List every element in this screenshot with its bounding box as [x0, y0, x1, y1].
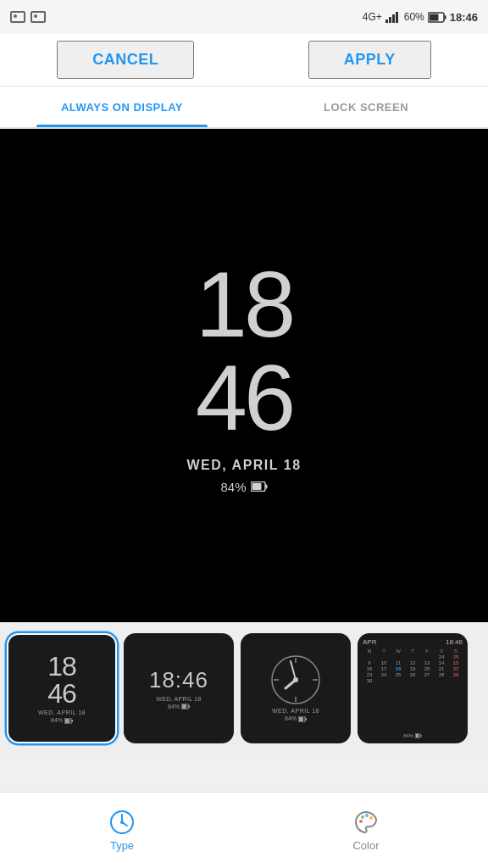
status-icons-left [10, 11, 46, 23]
tab-bar: ALWAYS ON DISPLAY LOCK SCREEN [0, 86, 488, 129]
clock-icon [108, 809, 136, 836]
preview-minute: 46 [196, 351, 292, 444]
svg-rect-6 [429, 14, 438, 20]
preview-battery-icon [251, 481, 268, 492]
preview-area: 18 46 WED, APRIL 18 84% [0, 129, 488, 622]
svg-rect-14 [188, 705, 190, 708]
thumb4-cal-header: APR 18:46 [363, 638, 463, 646]
thumbnail-3[interactable]: WED, APRIL 18 84% [241, 633, 351, 743]
action-bar: CANCEL APPLY [0, 34, 488, 86]
svg-point-34 [359, 820, 363, 823]
svg-point-36 [365, 814, 369, 817]
apply-button[interactable]: APPLY [308, 41, 431, 79]
thumb3-battery: 84% [285, 715, 307, 722]
svg-line-22 [291, 661, 296, 680]
svg-rect-2 [392, 14, 395, 23]
svg-point-35 [361, 815, 364, 819]
tab-lock-screen[interactable]: LOCK SCREEN [244, 86, 488, 127]
thumb4-battery: 84% [363, 733, 463, 738]
thumb1-time-top: 18 [47, 653, 76, 680]
thumb1-battery: 84% [51, 717, 73, 724]
nav-type-label: Type [110, 839, 134, 852]
thumbnail-2[interactable]: 18:46 WED, APRIL 18 84% [124, 633, 234, 743]
battery-icon [428, 12, 446, 23]
preview-time: 18 46 [196, 258, 292, 444]
thumb3-analog-clock [270, 654, 321, 705]
thumb3-date: WED, APRIL 18 [272, 708, 319, 714]
network-type: 4G+ [363, 11, 382, 23]
bottom-nav: Type Color [0, 792, 488, 868]
svg-rect-3 [396, 12, 398, 23]
svg-rect-29 [416, 734, 419, 737]
svg-rect-15 [182, 704, 186, 709]
thumbnail-4[interactable]: APR 18:46 M T W T F S S 24 25 9 [358, 633, 468, 743]
preview-date: WED, APRIL 18 [186, 458, 301, 473]
preview-battery: 84% [220, 480, 267, 494]
thumbnails-bar: 18 46 WED, APRIL 18 84% 18:46 WED, APRIL… [0, 622, 488, 754]
status-time: 18:46 [450, 11, 478, 24]
image-icon-2 [30, 11, 46, 23]
thumb2-battery-icon [181, 704, 190, 709]
thumb4-cal-grid: M T W T F S S 24 25 9 10 11 12 13 [363, 648, 463, 683]
signal-icon [385, 11, 401, 23]
thumb1-date: WED, APRIL 18 [38, 709, 86, 715]
status-bar: 4G+ 60% 18:46 [0, 0, 488, 34]
thumb3-battery-icon [298, 716, 307, 722]
thumbnail-1[interactable]: 18 46 WED, APRIL 18 84% [7, 633, 117, 743]
svg-rect-1 [389, 17, 391, 23]
status-icons-right: 4G+ 60% 18:46 [363, 11, 478, 24]
battery-percentage: 60% [404, 11, 424, 23]
svg-rect-8 [265, 485, 267, 489]
thumb2-battery: 84% [168, 704, 190, 710]
nav-type[interactable]: Type [108, 809, 136, 852]
svg-point-33 [120, 821, 124, 824]
svg-point-37 [369, 816, 373, 820]
cancel-button[interactable]: CANCEL [57, 41, 194, 79]
thumb4-calendar: APR 18:46 M T W T F S S 24 25 9 [358, 633, 468, 743]
svg-rect-28 [420, 735, 422, 737]
svg-rect-12 [65, 719, 69, 723]
thumb2-date: WED, APRIL 18 [156, 696, 201, 702]
svg-rect-5 [444, 15, 446, 19]
thumb2-time: 18:46 [149, 667, 208, 693]
preview-hour: 18 [196, 258, 292, 351]
thumb1-time-bottom: 46 [47, 680, 76, 707]
svg-rect-26 [299, 717, 303, 721]
svg-rect-11 [71, 720, 73, 722]
svg-point-23 [293, 677, 298, 682]
svg-rect-25 [305, 718, 307, 721]
nav-color-label: Color [352, 839, 379, 852]
svg-rect-9 [252, 483, 261, 490]
tab-always-on-display[interactable]: ALWAYS ON DISPLAY [0, 86, 244, 127]
palette-icon [352, 809, 380, 836]
nav-color[interactable]: Color [352, 809, 380, 852]
image-icon-1 [10, 11, 25, 23]
thumb1-battery-icon [64, 718, 73, 724]
svg-rect-0 [385, 19, 388, 23]
